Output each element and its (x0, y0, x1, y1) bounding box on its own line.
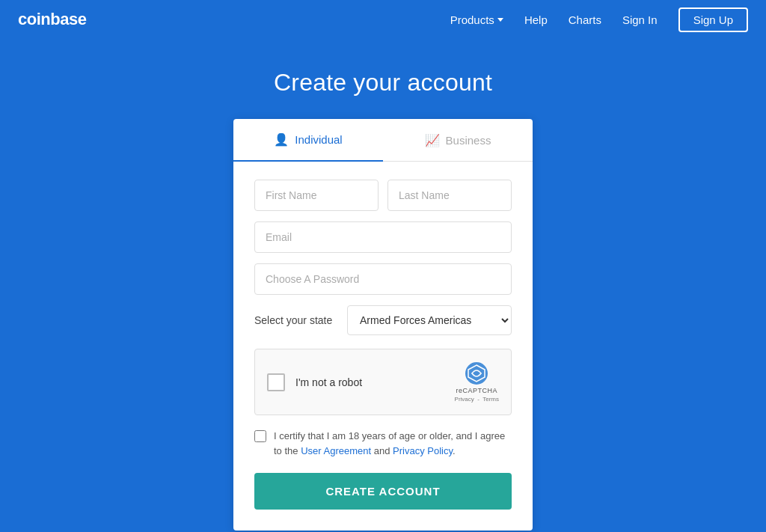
card-wrap: 👤 Individual 📈 Business (0, 119, 766, 531)
first-name-input[interactable] (254, 180, 379, 211)
nav-signup-button[interactable]: Sign Up (678, 7, 748, 32)
name-row (254, 180, 512, 211)
recaptcha-text: I'm not a robot (295, 376, 362, 388)
page-title: Create your account (0, 69, 766, 97)
recaptcha-left: I'm not a robot (267, 373, 362, 391)
certify-text: I certify that I am 18 years of age or o… (274, 429, 512, 458)
password-input[interactable] (254, 263, 512, 295)
signup-card: 👤 Individual 📈 Business (233, 119, 533, 531)
form-body: Select your state AlabamaAlaskaArizonaAr… (233, 162, 533, 531)
nav-links: Products Help Charts Sign In Sign Up (450, 7, 748, 32)
last-name-input[interactable] (387, 180, 512, 211)
nav-signin-link[interactable]: Sign In (622, 13, 658, 26)
nav-products-link[interactable]: Products (450, 13, 503, 26)
user-agreement-link[interactable]: User Agreement (301, 445, 371, 456)
tab-business[interactable]: 📈 Business (383, 119, 533, 161)
tab-individual[interactable]: 👤 Individual (233, 119, 383, 162)
certify-row: I certify that I am 18 years of age or o… (254, 429, 512, 458)
nav-charts-link[interactable]: Charts (569, 13, 601, 26)
create-account-button[interactable]: CREATE ACCOUNT (254, 473, 512, 510)
products-label: Products (450, 13, 494, 26)
state-select[interactable]: AlabamaAlaskaArizonaArkansasCaliforniaCo… (347, 305, 512, 335)
recaptcha-box[interactable]: I'm not a robot reCAPTCHA Privacy - Te (254, 349, 512, 415)
state-row: Select your state AlabamaAlaskaArizonaAr… (254, 305, 512, 335)
individual-icon: 👤 (274, 132, 289, 147)
state-label: Select your state (254, 314, 337, 326)
logo[interactable]: coinbase (18, 10, 86, 29)
business-icon: 📈 (425, 133, 440, 147)
account-type-tabs: 👤 Individual 📈 Business (233, 119, 533, 162)
recaptcha-brand-text: reCAPTCHA (456, 387, 498, 394)
recaptcha-privacy-terms: Privacy - Terms (455, 396, 499, 403)
tab-individual-label: Individual (295, 133, 342, 146)
page-title-wrap: Create your account (0, 39, 766, 119)
nav-help-link[interactable]: Help (524, 13, 548, 26)
certify-checkbox[interactable] (254, 430, 266, 442)
chevron-down-icon (497, 18, 503, 22)
email-group (254, 221, 512, 253)
email-input[interactable] (254, 221, 512, 253)
privacy-policy-link[interactable]: Privacy Policy (393, 445, 453, 456)
password-group (254, 263, 512, 295)
navbar: coinbase Products Help Charts Sign In Si… (0, 0, 766, 39)
recaptcha-right: reCAPTCHA Privacy - Terms (455, 361, 499, 403)
recaptcha-checkbox[interactable] (267, 373, 285, 391)
tab-business-label: Business (446, 134, 491, 147)
recaptcha-logo-icon (465, 361, 488, 385)
